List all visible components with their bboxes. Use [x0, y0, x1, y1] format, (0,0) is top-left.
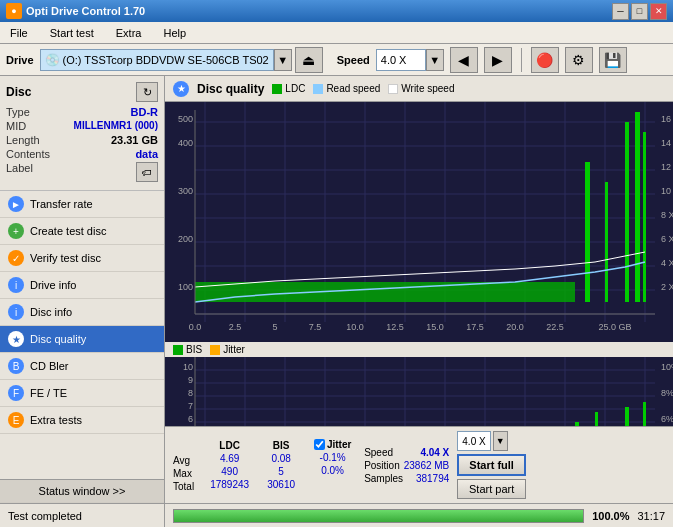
svg-text:100: 100 — [178, 282, 193, 292]
svg-text:20.0: 20.0 — [506, 322, 524, 332]
settings-button[interactable]: ⚙ — [565, 47, 593, 73]
sidebar-item-verify-test-disc[interactable]: ✓ Verify test disc — [0, 245, 164, 272]
drive-value[interactable]: (O:) TSSTcorp BDDVDW SE-506CB TS02 — [63, 54, 269, 66]
legend-jitter: Jitter — [210, 344, 245, 355]
svg-rect-98 — [643, 402, 646, 426]
stats-labels: Avg Max Total — [173, 439, 194, 492]
svg-rect-51 — [643, 132, 646, 302]
drive-dropdown-arrow[interactable]: ▼ — [274, 49, 292, 71]
bis-total-value: 30610 — [267, 479, 295, 490]
sidebar-item-extra-tests[interactable]: E Extra tests — [0, 407, 164, 434]
svg-text:2 X: 2 X — [661, 282, 673, 292]
start-part-button[interactable]: Start part — [457, 479, 526, 499]
svg-text:8 X: 8 X — [661, 210, 673, 220]
speed-right-select[interactable]: 4.0 X — [457, 431, 490, 451]
app-title: Opti Drive Control 1.70 — [26, 5, 145, 17]
svg-text:6: 6 — [188, 414, 193, 424]
right-panel: ★ Disc quality LDC Read speed Write spee… — [165, 76, 673, 503]
disc-contents-label: Contents — [6, 148, 50, 160]
write-speed-legend-dot — [388, 84, 398, 94]
sidebar-item-disc-quality[interactable]: ★ Disc quality — [0, 326, 164, 353]
nav-spacer — [0, 434, 164, 479]
close-button[interactable]: ✕ — [650, 3, 667, 20]
sidebar-item-fe-te[interactable]: F FE / TE — [0, 380, 164, 407]
jitter-legend-dot — [210, 345, 220, 355]
start-full-button[interactable]: Start full — [457, 454, 526, 476]
svg-rect-47 — [585, 162, 590, 302]
sidebar-item-cd-bler[interactable]: B CD Bler — [0, 353, 164, 380]
eject-button[interactable]: ⏏ — [295, 47, 323, 73]
menu-file[interactable]: File — [4, 26, 34, 40]
maximize-button[interactable]: □ — [631, 3, 648, 20]
svg-rect-97 — [625, 407, 629, 426]
minimize-button[interactable]: ─ — [612, 3, 629, 20]
status-window-button[interactable]: Status window >> — [0, 479, 164, 503]
svg-text:15.0: 15.0 — [426, 322, 444, 332]
menu-help[interactable]: Help — [157, 26, 192, 40]
disc-label-edit-button[interactable]: 🏷 — [136, 162, 158, 182]
samples-row: Samples 381794 — [364, 473, 449, 484]
prev-speed-button[interactable]: ◀ — [450, 47, 478, 73]
disc-label-row: Label 🏷 — [6, 162, 158, 182]
progress-percent: 100.0% — [592, 510, 629, 522]
progress-bar — [173, 509, 584, 523]
speed-value[interactable]: 4.0 X — [376, 49, 426, 71]
sidebar-item-disc-info[interactable]: i Disc info — [0, 299, 164, 326]
ldc-legend-label: LDC — [285, 83, 305, 94]
progress-area: 100.0% 31:17 — [165, 509, 673, 523]
save-button[interactable]: 💾 — [599, 47, 627, 73]
main-content: Disc ↻ Type BD-R MID MILLENMR1 (000) Len… — [0, 76, 673, 503]
speed-right-dropdown[interactable]: ▼ — [493, 431, 508, 451]
stats-ldc-col: LDC 4.69 490 1789243 — [202, 440, 257, 490]
sidebar-item-transfer-rate[interactable]: ► Transfer rate — [0, 191, 164, 218]
disc-quality-label: Disc quality — [30, 333, 86, 345]
menu-extra[interactable]: Extra — [110, 26, 148, 40]
speed-stat-value: 4.04 X — [420, 447, 449, 458]
cd-bler-label: CD Bler — [30, 360, 69, 372]
svg-text:10 X: 10 X — [661, 186, 673, 196]
svg-rect-46 — [195, 282, 575, 302]
stats-total-label: Total — [173, 481, 194, 492]
ldc-avg-value: 4.69 — [220, 453, 239, 464]
sidebar-item-create-test-disc[interactable]: + Create test disc — [0, 218, 164, 245]
speed-dropdown-arrow[interactable]: ▼ — [426, 49, 444, 71]
drive-label: Drive — [6, 54, 34, 66]
disc-info-panel: Disc ↻ Type BD-R MID MILLENMR1 (000) Len… — [0, 76, 164, 191]
bis-max-value: 5 — [278, 466, 284, 477]
legend-write-speed: Write speed — [388, 83, 454, 94]
jitter-avg-value: -0.1% — [320, 452, 346, 463]
disc-type-row: Type BD-R — [6, 106, 158, 118]
top-chart: 500 400 300 200 100 16 X 14 X 12 X 10 X … — [165, 102, 673, 342]
toolbar-separator — [521, 48, 522, 72]
legend-read-speed: Read speed — [313, 83, 380, 94]
drive-info-icon: i — [8, 277, 24, 293]
svg-text:200: 200 — [178, 234, 193, 244]
status-window-label: Status window >> — [39, 485, 126, 497]
stats-max-label: Max — [173, 468, 194, 479]
svg-rect-0 — [165, 102, 673, 342]
disc-quality-icon: ★ — [8, 331, 24, 347]
disc-refresh-button[interactable]: ↻ — [136, 82, 158, 102]
stats-jitter-col: Jitter -0.1% 0.0% — [305, 439, 360, 492]
samples-stat-label: Samples — [364, 473, 403, 484]
svg-text:10.0: 10.0 — [346, 322, 364, 332]
menu-bar: File Start test Extra Help — [0, 22, 673, 44]
svg-text:9: 9 — [188, 375, 193, 385]
svg-text:500: 500 — [178, 114, 193, 124]
progress-bar-fill — [174, 510, 583, 522]
verify-test-disc-icon: ✓ — [8, 250, 24, 266]
svg-text:7: 7 — [188, 401, 193, 411]
jitter-header-row: Jitter — [314, 439, 351, 450]
svg-text:12.5: 12.5 — [386, 322, 404, 332]
favorites-button[interactable]: 🔴 — [531, 47, 559, 73]
speed-selector: 4.0 X ▼ — [376, 49, 444, 71]
status-bar: Test completed 100.0% 31:17 — [0, 503, 673, 527]
disc-info-icon: i — [8, 304, 24, 320]
menu-start-test[interactable]: Start test — [44, 26, 100, 40]
jitter-max-value: 0.0% — [321, 465, 344, 476]
write-speed-legend-label: Write speed — [401, 83, 454, 94]
sidebar-item-drive-info[interactable]: i Drive info — [0, 272, 164, 299]
disc-panel-label: Disc — [6, 85, 31, 99]
jitter-checkbox[interactable] — [314, 439, 325, 450]
next-speed-button[interactable]: ▶ — [484, 47, 512, 73]
